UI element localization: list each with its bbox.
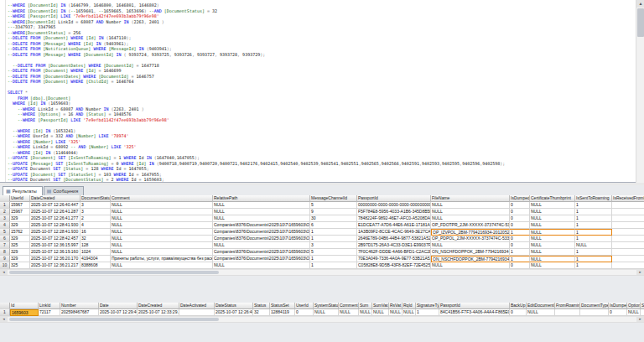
column-header[interactable]: SFCorrectio <box>641 303 644 309</box>
grid-cell[interactable]: 329 <box>10 249 30 256</box>
grid-cell[interactable] <box>612 236 644 242</box>
grid-cell[interactable] <box>612 242 644 249</box>
grid-cell[interactable]: 325 <box>10 242 30 249</box>
row-header[interactable]: 6 <box>0 236 10 242</box>
column-header[interactable]: SumVat <box>372 303 389 309</box>
grid-cell[interactable]: NULL <box>111 242 213 249</box>
grid-cell[interactable]: 1 <box>575 209 612 215</box>
row-header[interactable]: 7 <box>0 242 10 249</box>
grid-cell[interactable]: 1 <box>575 249 612 256</box>
grid-cell[interactable] <box>612 202 644 209</box>
grid-cell[interactable]: 7F0C462F-DDDE-4A66-BFD1-C2AC2E8A5F3D <box>357 249 431 256</box>
grid-cell[interactable] <box>612 249 644 256</box>
grid-cell[interactable]: 6 <box>310 222 357 229</box>
grid-cell[interactable]: 2025-10-07 12:29:40.450 <box>99 309 138 316</box>
row-header[interactable]: 9 <box>0 256 10 262</box>
column-header[interactable]: FromRoaming <box>555 303 580 309</box>
column-header[interactable]: DateCreated <box>30 195 80 202</box>
grid-cell[interactable]: 2025-10-07 12:28:41.930 <box>30 222 80 229</box>
column-header[interactable]: RsVat <box>389 303 402 309</box>
grid-cell[interactable]: 1 <box>575 229 612 236</box>
grid-cell[interactable]: 0 <box>510 262 530 269</box>
grid-cell[interactable]: 0 <box>510 242 530 249</box>
grid-cell[interactable]: NULL <box>431 215 510 222</box>
grid-cell[interactable]: 1 <box>575 202 612 209</box>
grid-cell[interactable]: 00000000-0000-0000-0000-000000000000 <box>357 202 431 209</box>
row-header[interactable]: 8 <box>0 249 10 256</box>
grid-cell[interactable]: ON_NSCHFDOPPOK_2BM-7794216934-2012052808… <box>431 249 510 256</box>
grid-cell[interactable]: NULL <box>530 236 575 242</box>
grid-cell[interactable] <box>641 309 644 316</box>
column-header[interactable]: UserId <box>295 303 314 309</box>
grid-cell[interactable]: 2025-10-07 12:26:41.287 <box>30 209 80 215</box>
grid-cell[interactable]: NULL <box>530 215 575 222</box>
grid-cell[interactable]: NULL <box>431 202 510 209</box>
select-all-corner[interactable] <box>0 303 10 309</box>
grid-cell[interactable]: 329 <box>10 256 30 262</box>
grid-cell[interactable]: 2B97D175-26A3-4C33-D3E1-E99037F6AA23 <box>357 242 431 249</box>
grid-cell[interactable]: 1 <box>575 262 612 269</box>
grid-cell[interactable]: 0 <box>510 202 530 209</box>
grid-cell[interactable]: Companies\8376\Documents\2025\10\7\16596… <box>213 256 310 262</box>
grid-cell[interactable]: NULL <box>431 262 510 269</box>
row-header[interactable]: 4 <box>0 222 10 229</box>
grid-cell[interactable]: NULL <box>389 309 402 316</box>
grid-cell[interactable]: 70E3A049-7336-4A0A-9E77-53B21A52E1B6 <box>357 256 431 262</box>
grid-cell[interactable]: 2025-10-07 12:26:41.277 <box>30 215 80 222</box>
sql-editor[interactable]: --WHERE [DocumentId] IN (1646799, 164680… <box>0 0 644 183</box>
grid-cell[interactable]: NULL <box>111 236 213 242</box>
grid-cell[interactable]: 3 <box>80 202 111 209</box>
grid-cell[interactable] <box>612 209 644 215</box>
column-header[interactable]: Status <box>253 303 270 309</box>
column-header[interactable]: Date <box>99 303 138 309</box>
grid-cell[interactable]: NULL <box>213 262 310 269</box>
scroll-up-icon[interactable]: ▲ <box>636 0 644 8</box>
grid-cell[interactable]: NULL <box>527 309 555 316</box>
row-header[interactable]: 5 <box>0 229 10 236</box>
grid-cell[interactable]: Приняты работы, услуги, права/имущества … <box>111 256 213 262</box>
grid-cell[interactable] <box>555 309 580 316</box>
grid-cell[interactable]: 1 <box>310 256 357 262</box>
grid-cell[interactable]: 1 <box>510 249 530 256</box>
column-header[interactable]: StatusSet <box>270 303 295 309</box>
editor-vertical-scrollbar[interactable]: ▲ <box>636 0 644 183</box>
grid-cell[interactable]: 32 <box>80 236 111 242</box>
grid-cell[interactable]: 0 <box>609 309 627 316</box>
grid-cell[interactable]: 1 <box>575 256 612 262</box>
grid-cell[interactable] <box>580 309 609 316</box>
grid-cell[interactable]: 4194304 <box>80 256 111 262</box>
scroll-left-icon[interactable]: ◄ <box>0 270 8 275</box>
column-header[interactable]: Options <box>627 303 641 309</box>
scroll-left-icon[interactable]: ◄ <box>0 317 8 322</box>
grid-cell[interactable]: NULL <box>111 209 213 215</box>
grid-cell[interactable]: NULL <box>213 242 310 249</box>
grid-cell[interactable] <box>179 309 215 316</box>
grid-cell[interactable]: C05828E8-9D5B-43F8-82EF-72E45252B3A2 <box>357 262 431 269</box>
grid-cell[interactable]: 3 <box>310 242 357 249</box>
grid-cell[interactable]: 0 <box>295 309 314 316</box>
column-header[interactable]: SignatureType <box>416 303 439 309</box>
grid-cell[interactable]: 2025-10-07 12:33:29.293 <box>138 309 179 316</box>
grid-cell[interactable]: NULL <box>431 242 510 249</box>
column-header[interactable]: MessageChannelId <box>310 195 357 202</box>
grid-cell[interactable]: 1 <box>310 236 357 242</box>
grid-cell[interactable] <box>612 222 644 229</box>
grid-cell[interactable]: 128 <box>80 242 111 249</box>
scroll-right-icon[interactable]: ► <box>636 270 644 275</box>
grid1-horizontal-scrollbar[interactable]: ◄ ► <box>0 269 644 276</box>
grid-cell[interactable]: OP_FDOTPR_2JM-XXXXX-3737474C-533C-4A80-A… <box>431 222 510 229</box>
column-header[interactable]: Comment <box>339 303 359 309</box>
row-header[interactable]: 1 <box>0 309 10 316</box>
column-header[interactable]: PassportId <box>439 303 510 309</box>
grid-cell[interactable]: NULL <box>359 309 372 316</box>
row-header[interactable]: 10 <box>0 262 10 269</box>
scrollbar-thumb[interactable] <box>637 8 644 37</box>
grid-cell[interactable]: 2025-10-07 12:36:21.217 <box>30 262 80 269</box>
grid-cell[interactable]: NULL <box>530 256 575 262</box>
grid-cell[interactable]: NULL <box>111 249 213 256</box>
column-header[interactable]: EditDocumentId <box>527 303 555 309</box>
column-header[interactable]: IsDumped <box>609 303 627 309</box>
grid-cell[interactable]: 1024 <box>80 249 111 256</box>
grid-cell[interactable]: NULL <box>111 215 213 222</box>
column-header[interactable]: FileName <box>431 195 510 202</box>
